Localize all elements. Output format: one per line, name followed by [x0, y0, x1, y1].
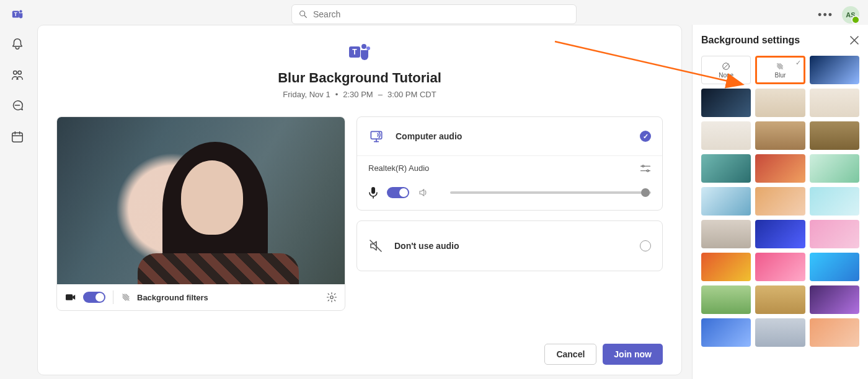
svg-rect-8 — [12, 133, 23, 142]
background-option[interactable] — [810, 187, 859, 216]
mic-toggle[interactable] — [387, 187, 409, 198]
computer-audio-radio[interactable] — [640, 131, 651, 142]
panel-title: Background settings — [701, 35, 800, 46]
background-option[interactable] — [810, 154, 859, 183]
background-option[interactable] — [701, 121, 751, 150]
dont-use-audio-radio[interactable] — [640, 240, 651, 251]
background-option-none[interactable]: None — [701, 56, 751, 84]
background-option[interactable] — [701, 187, 751, 216]
background-option[interactable] — [810, 285, 859, 314]
svg-point-3 — [300, 11, 305, 16]
background-option[interactable] — [810, 318, 859, 347]
cancel-button[interactable]: Cancel — [544, 344, 596, 365]
calendar-icon[interactable] — [11, 130, 24, 144]
background-option[interactable] — [810, 121, 859, 150]
svg-text:T: T — [352, 48, 357, 56]
svg-line-4 — [304, 15, 306, 17]
none-icon — [722, 62, 730, 71]
svg-point-15 — [366, 46, 370, 50]
svg-rect-16 — [66, 294, 73, 300]
svg-text:T: T — [14, 12, 17, 17]
computer-audio-icon — [368, 128, 384, 144]
blur-icon — [776, 62, 784, 71]
dont-use-audio-option[interactable]: Don't use audio — [356, 220, 663, 271]
background-option[interactable] — [755, 253, 805, 281]
camera-preview-image — [57, 117, 345, 284]
background-option[interactable] — [701, 220, 751, 248]
background-option[interactable] — [810, 89, 859, 117]
chat-icon[interactable] — [11, 99, 24, 113]
background-settings-panel: Background settings None ✓ Blur — [692, 25, 868, 379]
background-option[interactable] — [755, 154, 805, 183]
background-option[interactable] — [810, 220, 859, 248]
background-filters-label[interactable]: Background filters — [137, 293, 208, 302]
background-option[interactable] — [755, 187, 805, 216]
user-avatar[interactable]: AS — [842, 6, 859, 24]
video-preview: Background filters — [56, 116, 345, 311]
background-option[interactable] — [701, 253, 751, 281]
teams-logo-icon: T — [11, 7, 25, 21]
close-icon[interactable] — [849, 35, 859, 45]
svg-point-14 — [361, 44, 366, 49]
background-option[interactable] — [755, 318, 805, 347]
teams-icon[interactable] — [11, 68, 24, 82]
more-options-icon[interactable]: ••• — [818, 9, 833, 22]
teams-logo-large-icon: T — [347, 41, 372, 64]
search-icon — [298, 9, 308, 19]
background-option[interactable] — [701, 285, 751, 314]
background-option[interactable] — [755, 285, 805, 314]
background-filters-icon — [121, 292, 131, 302]
meeting-datetime: Friday, Nov 1•2:30 PM–3:00 PM CDT — [56, 90, 663, 99]
volume-slider[interactable] — [450, 191, 651, 194]
background-option[interactable] — [755, 89, 805, 117]
svg-point-17 — [330, 296, 334, 299]
activity-icon[interactable] — [11, 37, 24, 51]
computer-audio-option[interactable]: Computer audio Realtek(R) Audio — [356, 116, 663, 211]
camera-icon — [64, 292, 77, 302]
speaker-icon — [418, 187, 429, 198]
audio-device-name: Realtek(R) Audio — [368, 163, 429, 173]
svg-point-2 — [19, 10, 22, 12]
background-option[interactable] — [810, 253, 859, 281]
background-option[interactable] — [701, 318, 751, 347]
background-option[interactable] — [701, 154, 751, 183]
background-option[interactable] — [755, 220, 805, 248]
background-option[interactable] — [701, 89, 751, 117]
device-settings-icon[interactable] — [326, 292, 337, 303]
svg-point-5 — [14, 71, 17, 75]
background-option-blur[interactable]: ✓ Blur — [755, 56, 805, 84]
svg-line-32 — [724, 63, 728, 68]
search-input[interactable] — [291, 4, 577, 24]
meeting-title: Blur Background Tutorial — [56, 70, 663, 86]
background-option[interactable] — [810, 56, 859, 84]
checkmark-icon: ✓ — [795, 59, 801, 67]
prejoin-card: T Blur Background Tutorial Friday, Nov 1… — [37, 25, 682, 375]
svg-rect-27 — [371, 187, 375, 194]
audio-settings-icon[interactable] — [640, 164, 651, 173]
svg-point-6 — [18, 71, 21, 75]
join-now-button[interactable]: Join now — [603, 344, 663, 365]
background-option[interactable] — [755, 121, 805, 150]
camera-toggle[interactable] — [83, 292, 105, 303]
no-audio-icon — [368, 238, 383, 253]
mic-icon — [368, 186, 378, 199]
